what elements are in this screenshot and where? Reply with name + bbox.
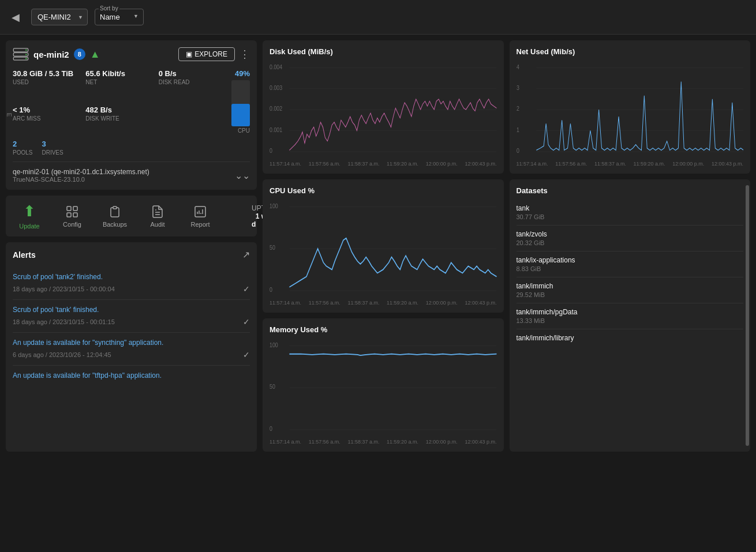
net-chart-card: Net Used (Mib/s) 4 3 2 1 0 <box>510 40 751 174</box>
disk-chart-area: 0.004 0.003 0.002 0.001 0 <box>270 61 497 159</box>
alert-message: Scrub of pool 'tank' finished. <box>13 306 250 314</box>
svg-rect-8 <box>67 213 71 217</box>
alert-item: An update is available for "syncthing" a… <box>13 333 250 366</box>
server-card: qe-mini2 8 ▲ ▣ EXPLORE ⋮ 30.8 GiB / 5.3 … <box>6 40 257 190</box>
alert-meta: 18 days ago / 2023/10/15 - 00:00:04✓ <box>13 284 250 294</box>
dataset-size: 13.33 MiB <box>517 317 744 324</box>
alert-message: An update is available for "tftpd-hpa" a… <box>13 371 250 380</box>
server-stack-icon <box>13 48 29 61</box>
svg-rect-7 <box>73 206 77 211</box>
actions-card: ⬆ Update Config <box>6 196 257 236</box>
svg-text:4: 4 <box>517 63 519 70</box>
dataset-item: tank/immich29.52 MiB <box>517 277 744 303</box>
stat-disk-write-label: DISK WRITE <box>85 115 151 122</box>
dataset-item: tank30.77 GiB <box>517 200 744 226</box>
alert-meta: 18 days ago / 2023/10/15 - 00:01:15✓ <box>13 317 250 326</box>
dataset-size: 30.77 GiB <box>517 213 744 220</box>
disk-chart-card: Disk Used (MiB/s) 0.004 0.003 0.002 0.00… <box>263 40 504 174</box>
action-backups[interactable]: Backups <box>100 205 129 228</box>
middle-charts-col: Disk Used (MiB/s) 0.004 0.003 0.002 0.00… <box>263 40 504 452</box>
alert-check-icon[interactable]: ✓ <box>243 317 250 326</box>
more-options-icon[interactable]: ⋮ <box>239 48 250 61</box>
alerts-card: Alerts ↗ Scrub of pool 'tank2' finished.… <box>6 242 257 452</box>
svg-text:100: 100 <box>270 202 278 209</box>
svg-rect-10 <box>113 206 117 209</box>
alert-time: 18 days ago / 2023/10/15 - 00:01:15 <box>13 318 115 325</box>
action-report[interactable]: Report <box>186 205 215 228</box>
left-panel: qe-mini2 8 ▲ ▣ EXPLORE ⋮ 30.8 GiB / 5.3 … <box>6 40 257 452</box>
stat-arc-miss-label: ARC MISS <box>13 115 78 122</box>
alerts-list: Scrub of pool 'tank2' finished.18 days a… <box>13 267 250 389</box>
memory-chart-area: 100 50 0 <box>270 339 497 437</box>
net-chart-svg: 4 3 2 1 0 <box>517 61 744 159</box>
svg-text:3: 3 <box>517 84 519 91</box>
datasets-scrollbar[interactable] <box>746 185 749 446</box>
dataset-name: tank/ix-applications <box>517 256 744 264</box>
stat-net: 65.6 Kibit/s NET <box>85 69 151 85</box>
stat-net-label: NET <box>85 79 151 85</box>
config-label: Config <box>63 221 81 228</box>
svg-text:50: 50 <box>270 245 275 251</box>
server-up-icon: ▲ <box>90 48 100 61</box>
alert-check-icon[interactable]: ✓ <box>243 284 250 294</box>
disk-chart-title: Disk Used (MiB/s) <box>270 47 497 56</box>
right-charts-col: Net Used (Mib/s) 4 3 2 1 0 <box>510 40 751 452</box>
stat-drives-label: DRIVES <box>42 149 63 156</box>
dataset-name: tank/zvols <box>517 230 744 238</box>
net-chart-area: 4 3 2 1 0 <box>517 61 744 159</box>
memory-chart-time-labels: 11:57:14 a.m. 11:57:56 a.m. 11:58:37 a.m… <box>270 439 497 445</box>
alert-meta: 6 days ago / 2023/10/26 - 12:04:45✓ <box>13 350 250 359</box>
dataset-item: tank/zvols20.32 GiB <box>517 226 744 251</box>
svg-text:50: 50 <box>270 384 275 390</box>
server-name: qe-mini2 <box>33 50 69 59</box>
server-select[interactable]: QE-MINI2 <box>31 9 88 25</box>
cpu-label: CPU <box>238 127 250 134</box>
svg-point-4 <box>25 54 27 55</box>
stat-used-value: 30.8 GiB / 5.3 TiB <box>13 69 78 78</box>
datasets-list: tank30.77 GiBtank/zvols20.32 GiBtank/ix-… <box>517 200 744 348</box>
memory-chart-title: Memory Used % <box>270 325 497 334</box>
dataset-item: tank/immich/library <box>517 329 744 348</box>
expand-icon[interactable]: ⌄⌄ <box>235 170 250 181</box>
server-card-header: qe-mini2 8 ▲ ▣ EXPLORE ⋮ <box>13 47 250 61</box>
datasets-card: Datasets tank30.77 GiBtank/zvols20.32 Gi… <box>510 179 751 452</box>
dataset-name: tank <box>517 204 744 212</box>
stat-arc-miss: < 1% ARC MISS <box>13 106 78 122</box>
svg-text:0: 0 <box>270 425 272 432</box>
sort-select[interactable]: Name Status CPU Memory <box>100 13 139 21</box>
cpu-bar-container: 49% CPU <box>231 69 250 134</box>
svg-rect-9 <box>73 213 77 217</box>
alert-item: An update is available for "tftpd-hpa" a… <box>13 366 250 389</box>
svg-text:2: 2 <box>517 106 519 112</box>
alerts-expand-icon[interactable]: ↗ <box>242 249 250 260</box>
back-button[interactable]: ◀ <box>7 9 24 26</box>
audit-label: Audit <box>150 221 164 228</box>
explore-icon: ▣ <box>186 50 192 58</box>
alerts-title: Alerts <box>13 250 36 260</box>
explore-label: EXPLORE <box>194 50 227 58</box>
alert-check-icon[interactable]: ✓ <box>243 350 250 359</box>
stat-disk-write: 482 B/s DISK WRITE <box>85 106 151 122</box>
dataset-size: 8.83 GiB <box>517 265 744 272</box>
stat-used-label: USED <box>13 79 78 85</box>
stat-disk-read-label: DISK READ <box>159 79 224 85</box>
svg-text:0: 0 <box>517 147 519 154</box>
server-address: qe-mini2-01 (qe-mini2-01.dc1.ixsystems.n… <box>13 162 250 183</box>
stat-pools: 2 POOLS <box>13 140 32 156</box>
stat-disk-read-value: 0 B/s <box>159 69 224 78</box>
dataset-name: tank/immich/pgData <box>517 308 744 316</box>
dataset-size: 20.32 GiB <box>517 239 744 246</box>
server-header-right: ▣ EXPLORE ⋮ <box>178 47 250 61</box>
stat-disk-read: 0 B/s DISK READ <box>159 69 224 85</box>
svg-text:0: 0 <box>270 286 272 293</box>
svg-point-3 <box>25 50 27 51</box>
disk-chart-time-labels: 11:57:14 a.m. 11:57:56 a.m. 11:58:37 a.m… <box>270 161 497 167</box>
server-title-group: qe-mini2 8 ▲ <box>13 48 100 61</box>
memory-chart-card: Memory Used % 100 50 0 11:57:14 a.m. 11:… <box>263 318 504 452</box>
explore-button[interactable]: ▣ EXPLORE <box>178 47 235 61</box>
action-audit[interactable]: Audit <box>143 205 172 228</box>
action-config[interactable]: Config <box>58 205 87 228</box>
config-icon <box>65 205 79 219</box>
action-update[interactable]: ⬆ Update <box>15 202 44 230</box>
cpu-chart-card: CPU Used % 100 50 0 11:57:14 a.m. 11:57:… <box>263 179 504 313</box>
